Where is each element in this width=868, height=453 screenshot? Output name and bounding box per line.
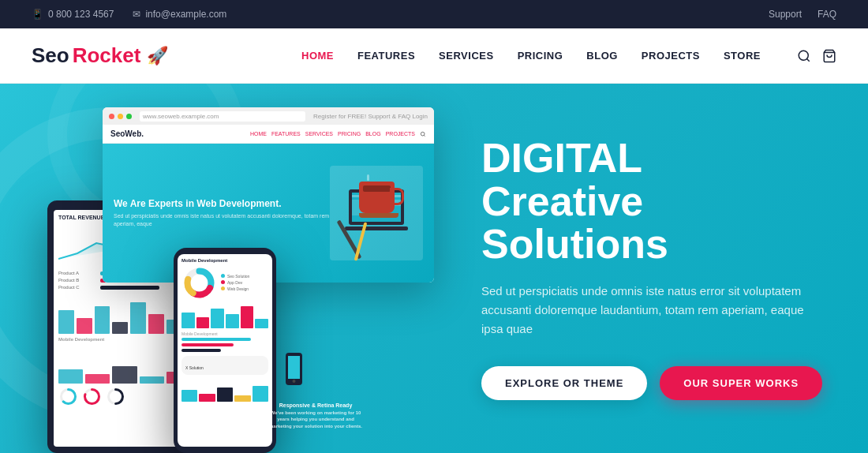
bar2-4	[140, 376, 164, 384]
bar-3	[95, 306, 110, 334]
legend-item-2: App Dev	[221, 280, 249, 285]
nav-store[interactable]: STORE	[724, 50, 761, 62]
coffee-cup-container	[359, 174, 398, 218]
browser-logo: SeoWeb.	[110, 129, 144, 138]
browser-hero-title: We Are Experts in Web Development.	[114, 198, 330, 209]
bar-6	[148, 314, 164, 334]
topbar: 📱 0 800 123 4567 ✉ info@example.com Supp…	[0, 0, 868, 28]
phone-icon: 📱	[32, 9, 43, 20]
coffee-cup	[359, 182, 395, 213]
logo-seo: Seo	[32, 43, 69, 68]
browser-nav-features: FEATURES	[271, 131, 301, 137]
phone-bars	[181, 305, 268, 328]
topbar-links: Support FAQ	[769, 9, 836, 20]
nav-blog[interactable]: BLOG	[586, 50, 618, 62]
legend-dot-1	[221, 274, 225, 278]
svg-point-0	[799, 51, 808, 60]
browser-hero-description: Sed ut perspiciatis unde omnis iste natu…	[114, 212, 330, 228]
hero-buttons: EXPLORE OR THEME OUR SUPER WORKS	[481, 366, 829, 400]
phone-stat-bar-2	[181, 343, 234, 346]
browser-nav-services: SERVICES	[305, 131, 333, 137]
bbar-4	[234, 395, 250, 402]
hero-subtitle: Sed ut perspiciatis unde omnis iste natu…	[481, 282, 813, 339]
bar2-1	[58, 369, 83, 384]
phone-item: 📱 0 800 123 4567	[32, 9, 114, 20]
stat-bar-3	[100, 286, 159, 290]
logo[interactable]: Seo Rocket 🚀	[32, 43, 168, 68]
resp-sub: We've been working on marketing for 10 y…	[268, 410, 363, 429]
legend-label-2: App Dev	[227, 280, 242, 285]
support-link[interactable]: Support	[769, 9, 802, 20]
steam	[367, 174, 369, 181]
legend-item-3: Web Design	[221, 286, 249, 291]
browser-nav: SeoWeb. HOME FEATURES SERVICES PRICING B…	[103, 125, 434, 144]
bar-4	[112, 322, 128, 334]
sbar-6	[255, 319, 268, 328]
super-works-button[interactable]: OUR SUPER WORKS	[660, 366, 822, 400]
coffee-area	[359, 174, 398, 218]
browser-nav-links: HOME FEATURES SERVICES PRICING BLOG PROJ…	[250, 131, 426, 137]
bubble-text: X Solution	[185, 365, 204, 370]
nav-projects[interactable]: PROJECTS	[642, 50, 700, 62]
sbar-4	[226, 314, 239, 328]
logo-rocket: Rocket	[73, 43, 141, 68]
bar-1	[58, 310, 74, 334]
browser-bar: www.seoweb.example.com Register for FREE…	[103, 107, 434, 125]
svg-line-4	[424, 135, 425, 136]
svg-line-1	[806, 58, 809, 61]
hero-title-line1: DIGITAL	[481, 135, 642, 181]
svg-point-3	[421, 132, 425, 136]
nav-services[interactable]: SERVICES	[439, 50, 494, 62]
hero-section: www.seoweb.example.com Register for FREE…	[0, 84, 868, 453]
main-nav: HOME FEATURES SERVICES PRICING BLOG PROJ…	[301, 49, 836, 63]
hero-title: DIGITAL Creative Solutions	[481, 137, 829, 266]
browser-search-icon	[420, 131, 426, 137]
topbar-contact: 📱 0 800 123 4567 ✉ info@example.com	[32, 9, 226, 20]
phone-bottom-bar-chart	[181, 378, 268, 402]
bbar-5	[253, 386, 268, 402]
stat-label-1: Product A	[58, 271, 98, 275]
donut-chart	[181, 265, 217, 301]
nav-features[interactable]: FEATURES	[357, 50, 415, 62]
bbar-1	[181, 390, 197, 402]
nav-home[interactable]: HOME	[301, 50, 334, 62]
email-item: ✉ info@example.com	[133, 9, 226, 20]
explore-button[interactable]: EXPLORE OR THEME	[481, 366, 647, 400]
rocket-icon: 🚀	[147, 46, 168, 66]
svg-point-24	[293, 380, 296, 383]
browser-dot-yellow	[118, 114, 123, 119]
phone-stat-bar-3	[181, 349, 221, 352]
donut-chart-area: Seo Solution App Dev Web Design	[181, 265, 268, 301]
resp-title: Responsive & Retina Ready	[268, 402, 363, 408]
phone-content: Mobile Development Seo Solution	[178, 254, 272, 409]
bar-2	[77, 318, 92, 334]
bar2-2	[85, 374, 110, 384]
email-address: info@example.com	[145, 9, 226, 20]
bar2-3	[112, 366, 137, 384]
cart-icon	[822, 49, 836, 63]
speech-bubble: X Solution	[181, 356, 268, 375]
nav-icons	[797, 49, 836, 63]
cart-button[interactable]	[822, 49, 836, 63]
phone-number: 0 800 123 4567	[48, 9, 114, 20]
legend-dot-2	[221, 280, 225, 284]
legend-item-1: Seo Solution	[221, 274, 249, 279]
phone-bottom-bars	[181, 378, 268, 402]
browser-register: Register for FREE! Support & FAQ Login	[313, 113, 428, 120]
browser-nav-projects: PROJECTS	[386, 131, 415, 137]
search-button[interactable]	[797, 49, 811, 63]
faq-link[interactable]: FAQ	[817, 9, 836, 20]
phone-title: Mobile Development	[181, 258, 268, 263]
browser-url: www.seoweb.example.com	[140, 111, 305, 122]
browser-hero-text: We Are Experts in Web Development. Sed u…	[114, 198, 330, 228]
phone-mockup: Mobile Development Seo Solution	[174, 248, 276, 453]
hero-title-line2: Creative Solutions	[481, 178, 668, 268]
sbar-1	[181, 313, 195, 328]
browser-dot-red	[109, 114, 114, 119]
stat-label-2: Product B	[58, 278, 98, 283]
browser-nav-blog: BLOG	[365, 131, 380, 137]
phone-screen: Mobile Development Seo Solution	[178, 254, 272, 447]
nav-pricing[interactable]: PRICING	[518, 50, 563, 62]
header: Seo Rocket 🚀 HOME FEATURES SERVICES PRIC…	[0, 28, 868, 84]
legend-label-3: Web Design	[227, 286, 249, 291]
